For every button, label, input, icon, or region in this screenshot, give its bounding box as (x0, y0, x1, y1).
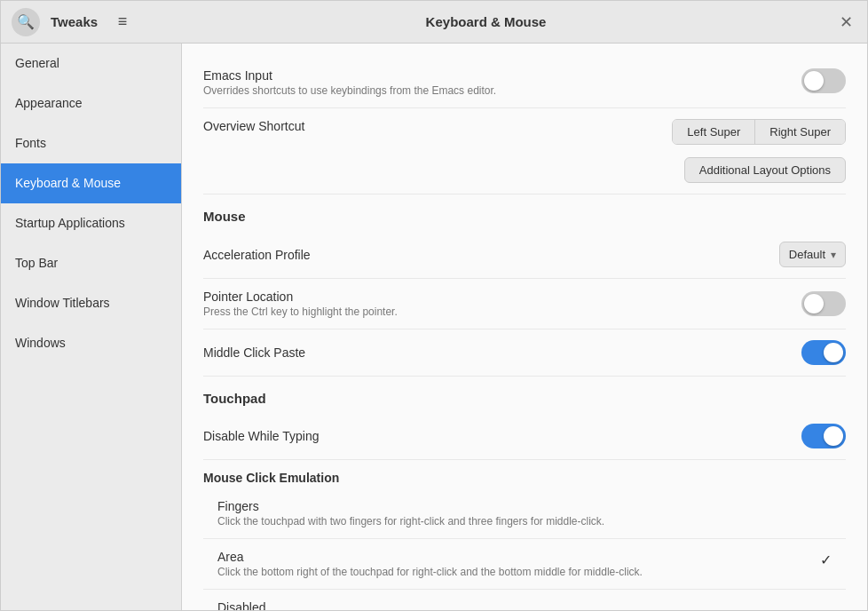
sidebar-item-top-bar[interactable]: Top Bar (1, 243, 181, 283)
overview-shortcut-row: Overview Shortcut Left Super Right Super… (203, 108, 846, 194)
sidebar-item-windows[interactable]: Windows (1, 323, 181, 363)
pointer-location-row: Pointer Location Press the Ctrl key to h… (203, 279, 846, 329)
emulation-area-label: Area (217, 550, 643, 564)
app-window: 🔍 Tweaks ≡ Keyboard & Mouse ✕ General Ap… (0, 0, 868, 611)
sidebar-item-keyboard-mouse[interactable]: Keyboard & Mouse (1, 163, 181, 203)
super-key-group: Left Super Right Super (672, 119, 846, 145)
menu-icon: ≡ (118, 12, 128, 31)
sidebar-item-startup-applications[interactable]: Startup Applications (1, 203, 181, 243)
emacs-toggle-knob (804, 71, 824, 91)
titlebar-center: Keyboard & Mouse (137, 14, 835, 29)
titlebar: 🔍 Tweaks ≡ Keyboard & Mouse ✕ (1, 1, 867, 44)
overview-shortcut-label: Overview Shortcut (203, 119, 304, 133)
emulation-area-description: Click the bottom right of the touchpad f… (217, 566, 643, 578)
emacs-input-label: Emacs Input (203, 68, 801, 83)
emulation-area-left: Area Click the bottom right of the touch… (217, 550, 643, 578)
main-layout: General Appearance Fonts Keyboard & Mous… (1, 44, 867, 610)
sidebar: General Appearance Fonts Keyboard & Mous… (1, 44, 182, 610)
sidebar-item-appearance[interactable]: Appearance (1, 83, 181, 123)
sidebar-item-window-titlebars[interactable]: Window Titlebars (1, 283, 181, 323)
mouse-click-emulation-header: Mouse Click Emulation (203, 460, 846, 488)
search-button[interactable]: 🔍 (12, 8, 40, 36)
sidebar-item-fonts[interactable]: Fonts (1, 123, 181, 163)
pointer-location-knob (804, 294, 824, 313)
emacs-input-description: Overrides shortcuts to use keybindings f… (203, 84, 801, 97)
emacs-input-row: Emacs Input Overrides shortcuts to use k… (203, 58, 846, 108)
emacs-input-toggle[interactable] (801, 68, 846, 93)
emulation-fingers-description: Click the touchpad with two fingers for … (217, 515, 604, 528)
disable-while-typing-track (801, 424, 846, 448)
pointer-location-track (801, 291, 846, 316)
emulation-fingers-row[interactable]: Fingers Click the touchpad with two fing… (203, 488, 846, 539)
middle-click-paste-toggle[interactable] (801, 340, 846, 365)
pointer-location-label: Pointer Location (203, 290, 801, 304)
disable-while-typing-knob (824, 426, 843, 446)
menu-button[interactable]: ≡ (108, 8, 137, 36)
emacs-toggle-track (801, 68, 846, 93)
emulation-disabled-label: Disabled (217, 600, 373, 610)
emulation-disabled-row[interactable]: Disabled Don't use mouse click emulation… (203, 590, 846, 610)
disable-while-typing-label: Disable While Typing (203, 429, 319, 443)
emulation-area-row[interactable]: Area Click the bottom right of the touch… (203, 539, 846, 590)
acceleration-profile-dropdown[interactable]: Default ▾ (779, 242, 846, 267)
overview-shortcut-right: Left Super Right Super Additional Layout… (672, 119, 846, 183)
pointer-location-description: Press the Ctrl key to highlight the poin… (203, 306, 801, 318)
mouse-section-header: Mouse (203, 194, 846, 231)
right-super-button[interactable]: Right Super (755, 120, 845, 144)
pointer-location-toggle[interactable] (801, 291, 846, 316)
content-area: Emacs Input Overrides shortcuts to use k… (182, 44, 867, 610)
window-title: Keyboard & Mouse (426, 14, 547, 29)
middle-click-paste-track (801, 340, 846, 365)
close-icon: ✕ (840, 12, 853, 32)
disable-while-typing-row: Disable While Typing (203, 413, 846, 460)
emulation-fingers-label: Fingers (217, 499, 604, 513)
search-icon: 🔍 (17, 13, 35, 30)
disable-while-typing-toggle[interactable] (801, 424, 846, 448)
left-super-button[interactable]: Left Super (673, 120, 755, 144)
acceleration-profile-row: Acceleration Profile Default ▾ (203, 231, 846, 279)
pointer-location-left: Pointer Location Press the Ctrl key to h… (203, 290, 801, 318)
area-checkmark-icon: ✓ (820, 551, 832, 568)
acceleration-profile-value: Default (789, 248, 825, 261)
emulation-fingers-left: Fingers Click the touchpad with two fing… (217, 499, 604, 528)
close-button[interactable]: ✕ (835, 12, 856, 33)
middle-click-paste-label: Middle Click Paste (203, 345, 305, 360)
emacs-input-left: Emacs Input Overrides shortcuts to use k… (203, 68, 801, 97)
additional-layout-button[interactable]: Additional Layout Options (684, 157, 846, 183)
middle-click-paste-knob (824, 343, 843, 362)
middle-click-paste-row: Middle Click Paste (203, 329, 846, 377)
content-inner: Emacs Input Overrides shortcuts to use k… (182, 44, 867, 610)
sidebar-item-general[interactable]: General (1, 44, 181, 83)
dropdown-arrow-icon: ▾ (831, 249, 836, 261)
emulation-disabled-left: Disabled Don't use mouse click emulation… (217, 600, 373, 610)
app-name: Tweaks (51, 14, 98, 29)
touchpad-section-header: Touchpad (203, 377, 846, 413)
acceleration-profile-label: Acceleration Profile (203, 248, 311, 262)
